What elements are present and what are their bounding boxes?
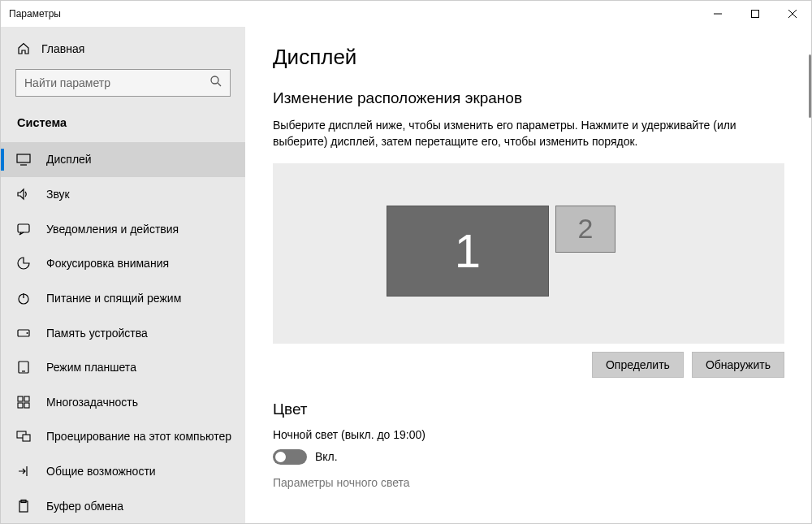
sidebar-item-label: Звук (46, 188, 70, 201)
svg-rect-3 (18, 224, 29, 232)
monitor-1[interactable]: 1 (387, 206, 549, 297)
maximize-button[interactable] (736, 1, 774, 27)
close-button[interactable] (774, 1, 811, 27)
sidebar-item-shared[interactable]: Общие возможности (1, 454, 245, 489)
content-pane: Дисплей Изменение расположения экранов В… (245, 27, 811, 523)
sidebar-item-label: Многозадачность (46, 396, 138, 409)
window-titlebar: Параметры (1, 1, 811, 27)
svg-rect-2 (17, 154, 30, 162)
svg-rect-13 (23, 435, 30, 441)
svg-rect-11 (24, 403, 29, 408)
svg-rect-8 (18, 396, 23, 401)
tablet-icon (15, 359, 32, 375)
section-description: Выберите дисплей ниже, чтобы изменить ег… (273, 117, 784, 150)
sidebar-item-notifications[interactable]: Уведомления и действия (1, 211, 245, 246)
search-icon (209, 75, 222, 91)
storage-icon (15, 325, 32, 341)
display-icon (15, 151, 32, 167)
scrollbar-thumb[interactable] (809, 54, 811, 118)
sidebar-item-display[interactable]: Дисплей (1, 142, 245, 177)
sidebar-item-label: Общие возможности (46, 465, 156, 478)
power-icon (15, 290, 32, 306)
nightlight-settings-link[interactable]: Параметры ночного света (273, 476, 784, 489)
sidebar-item-label: Режим планшета (46, 361, 136, 374)
sidebar-item-storage[interactable]: Память устройства (1, 315, 245, 350)
identify-button[interactable]: Определить (592, 352, 684, 378)
sidebar-item-label: Память устройства (46, 327, 148, 340)
focus-icon (15, 255, 32, 271)
display-arrangement-area[interactable]: 1 2 (273, 163, 784, 344)
sound-icon (15, 186, 32, 202)
svg-rect-10 (18, 403, 23, 408)
sidebar-item-label: Питание и спящий режим (46, 292, 181, 305)
sidebar-item-sound[interactable]: Звук (1, 177, 245, 212)
sidebar-item-label: Проецирование на этот компьютер (46, 430, 231, 443)
sidebar-item-label: Буфер обмена (46, 500, 123, 513)
page-title: Дисплей (273, 45, 784, 70)
sidebar-item-clipboard[interactable]: Буфер обмена (1, 488, 245, 523)
nightlight-toggle[interactable] (273, 449, 307, 465)
sidebar-item-label: Фокусировка внимания (46, 257, 169, 270)
sidebar: Главная Система Дисплей (1, 27, 245, 523)
svg-point-1 (211, 76, 218, 84)
section-title-rearrange: Изменение расположения экранов (273, 89, 784, 107)
sidebar-item-projecting[interactable]: Проецирование на этот компьютер (1, 419, 245, 454)
monitor-2[interactable]: 2 (555, 206, 615, 253)
shared-icon (15, 463, 32, 479)
window-title: Параметры (9, 8, 699, 19)
sidebar-item-label: Дисплей (46, 153, 92, 166)
home-label: Главная (41, 42, 84, 55)
svg-rect-0 (752, 11, 759, 18)
svg-rect-9 (24, 396, 29, 401)
clipboard-icon (15, 498, 32, 514)
svg-point-6 (27, 332, 28, 334)
minimize-button[interactable] (699, 1, 736, 27)
sidebar-item-multitask[interactable]: Многозадачность (1, 384, 245, 419)
sidebar-item-power[interactable]: Питание и спящий режим (1, 281, 245, 316)
notifications-icon (15, 221, 32, 237)
category-label: Система (1, 103, 245, 142)
search-input[interactable] (15, 69, 231, 97)
detect-button[interactable]: Обнаружить (692, 352, 784, 378)
sidebar-item-label: Уведомления и действия (46, 223, 179, 236)
search-box[interactable] (15, 69, 231, 97)
sidebar-item-focus[interactable]: Фокусировка внимания (1, 246, 245, 281)
toggle-state-label: Вкл. (315, 450, 338, 463)
sidebar-item-tablet[interactable]: Режим планшета (1, 350, 245, 385)
multitask-icon (15, 394, 32, 410)
projecting-icon (15, 428, 32, 444)
section-title-color: Цвет (273, 401, 784, 418)
content-scrollbar[interactable] (808, 27, 811, 523)
home-row[interactable]: Главная (1, 32, 245, 66)
home-icon (17, 42, 30, 55)
nightlight-label: Ночной свет (выкл. до 19:00) (273, 428, 784, 441)
